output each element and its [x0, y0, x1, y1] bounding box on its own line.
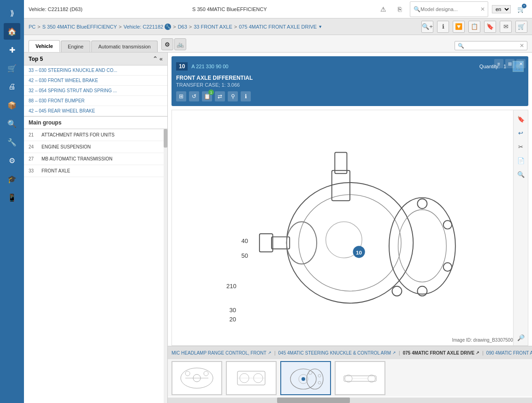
info-icon[interactable]: ℹ [437, 21, 449, 33]
thumb-item-1[interactable] [226, 361, 277, 395]
sidebar-mobile-icon[interactable]: 📱 [4, 189, 20, 206]
top5-label: Top 5 [29, 56, 43, 62]
part-refresh-icon[interactable]: ↺ [189, 91, 199, 101]
part-grid-icon[interactable]: ⊞ [176, 91, 186, 101]
thumb-label-2[interactable]: 075 4MATIC FRONT AXLE DRIVE ↗ [403, 350, 480, 356]
detail-icons-top: ≡ ⊞ ✕ [494, 59, 526, 68]
panel-scrollbar[interactable] [164, 129, 167, 403]
group-item-0[interactable]: 21 ATTACHMENT PARTS FOR UNITS [24, 129, 167, 141]
right-panel: ≡ ⊞ ✕ 10 A 221 330 90 00 Quantity: 1 🛒 F [168, 53, 532, 403]
sidebar-home-icon[interactable]: 🏠 [4, 23, 20, 40]
top5-collapse-icon[interactable]: ⌃ [153, 55, 158, 62]
svg-text:30: 30 [229, 307, 236, 314]
breadcrumb-d63[interactable]: D63 [178, 24, 187, 30]
thumb-item-3[interactable] [335, 361, 385, 395]
tool-bookmark-icon[interactable]: 🔖 [515, 113, 527, 125]
alert-icon[interactable]: ⚠ [377, 3, 390, 16]
tab-transmission[interactable]: Automatic transmission [91, 41, 158, 52]
tool-undo-icon[interactable]: ↩ [515, 127, 527, 139]
group-item-2[interactable]: 27 MB AUTOMATIC TRANSMISSION [24, 153, 167, 165]
detail-close-icon[interactable]: ✕ [516, 59, 526, 68]
language-select[interactable]: en de fr [492, 5, 511, 13]
group-item-3[interactable]: 33 FRONT AXLE [24, 165, 167, 177]
top-search-input[interactable] [420, 6, 480, 12]
detail-grid-icon[interactable]: ⊞ [505, 59, 514, 68]
tool-zoom-out-icon[interactable]: 🔎 [515, 332, 527, 344]
top5-controls: ⌃ « [153, 55, 163, 62]
part-number: A 221 330 90 00 [191, 64, 228, 69]
group-item-1[interactable]: 24 ENGINE SUSPENSION [24, 141, 167, 153]
top5-item-3[interactable]: 88 – 030 FRONT BUMPER [24, 96, 167, 106]
mail-icon[interactable]: ✉ [500, 21, 512, 33]
breadcrumb-model[interactable]: S 350 4MATIC BlueEFFICIENCY [42, 24, 117, 30]
group-num-2: 27 [29, 156, 38, 161]
groups-list: 21 ATTACHMENT PARTS FOR UNITS 24 ENGINE … [24, 129, 167, 403]
thumb-label-1[interactable]: 045 4MATIC STEERING KNUCKLE & CONTROL AR… [278, 350, 396, 356]
tab-engine[interactable]: Engine [61, 41, 90, 52]
copy-icon[interactable]: ⎘ [393, 3, 406, 16]
bookmark-icon[interactable]: 🔖 [484, 21, 496, 33]
part-swap-icon[interactable]: ⇄ [215, 91, 225, 101]
thumb-label-3[interactable]: 090 4MATIC FRONT AXLE SHAFT ↗ [486, 350, 532, 356]
part-position-badge: 10 [176, 62, 188, 71]
sidebar-settings-icon[interactable]: ⚙ [4, 152, 20, 169]
breadcrumb-current[interactable]: 075 4MATIC FRONT AXLE DRIVE ▼ [239, 24, 322, 30]
top5-item-1[interactable]: 42 – 030 FRONT WHEEL BRAKE [24, 76, 167, 86]
top-bar-right: ⚠ ⎘ 🔍 ✕ en de fr 🛒 + [377, 1, 527, 17]
sidebar-wrench-icon[interactable]: 🔧 [4, 134, 20, 150]
thumbnails-row: MIC HEADLAMP RANGE CONTROL, FRONT ↗ | 04… [168, 346, 532, 397]
thumb-item-0[interactable] [171, 361, 222, 395]
part-doc-icon[interactable]: 📋 1 [202, 91, 212, 101]
sidebar-box-icon[interactable]: 📦 [4, 97, 20, 113]
image-id: Image ID: drawing_B33075000041 [452, 338, 523, 343]
part-info-icon[interactable]: ℹ [241, 91, 251, 101]
part-pin-icon[interactable]: ⚲ [228, 91, 238, 101]
sidebar-learn-icon[interactable]: 🎓 [4, 171, 20, 187]
sidebar-search-icon[interactable]: 🔍 [4, 115, 20, 132]
svg-point-45 [301, 377, 305, 381]
horizontal-scrollbar[interactable] [168, 397, 532, 403]
thumb-item-2[interactable] [280, 361, 331, 395]
breadcrumb-vehicle[interactable]: Vehicle: C221182 🔧 [124, 24, 171, 30]
svg-rect-5 [260, 234, 273, 252]
sidebar-cart-icon[interactable]: 🛒 [4, 60, 20, 77]
filter-icon[interactable]: 🔽 [453, 21, 465, 33]
tabs-search-icon[interactable]: 🔍 [458, 43, 464, 49]
tabs-search-input[interactable] [464, 43, 520, 48]
tool-doc-icon[interactable]: 📄 [515, 154, 527, 166]
panel-scroll-thumb[interactable] [164, 129, 167, 148]
zoom-in-icon[interactable]: 🔍+ [421, 21, 433, 33]
sidebar-print-icon[interactable]: 🖨 [4, 78, 20, 95]
top5-item-2[interactable]: 32 – 054 SPRING STRUT AND SPRING ... [24, 86, 167, 96]
breadcrumb-front-axle[interactable]: 33 FRONT AXLE [194, 24, 232, 30]
top-search-icon[interactable]: 🔍 [413, 3, 420, 16]
thumb-label-0[interactable]: MIC HEADLAMP RANGE CONTROL, FRONT ↗ [171, 350, 272, 356]
svg-point-46 [308, 371, 312, 374]
tabs-search-clear[interactable]: ✕ [520, 42, 524, 49]
tab-vehicle[interactable]: Vehicle [29, 40, 60, 52]
vehicle-info: Vehicle: C221182 (D63) [29, 6, 83, 12]
top-bar: Vehicle: C221182 (D63) S 350 4MATIC Blue… [24, 0, 532, 18]
svg-point-36 [185, 371, 190, 376]
top-search-clear[interactable]: ✕ [480, 6, 485, 12]
tab-gear-icon[interactable]: ⚙ [161, 38, 173, 50]
doc-badge: 1 [208, 89, 214, 95]
breadcrumb-pc[interactable]: PC [29, 24, 35, 30]
sidebar-add-icon[interactable]: ✚ [4, 41, 20, 58]
content-area: Top 5 ⌃ « 33 – 030 STEERING KNUCKLE AND … [24, 53, 532, 403]
tab-bike-icon[interactable]: 🚲 [174, 38, 186, 50]
document-icon[interactable]: 📋 [468, 21, 480, 33]
scrollbar-thumb[interactable] [277, 397, 350, 403]
groups-list-wrap: 21 ATTACHMENT PARTS FOR UNITS 24 ENGINE … [24, 129, 167, 403]
svg-point-6 [287, 222, 317, 264]
detail-list-icon[interactable]: ≡ [494, 59, 503, 68]
top5-expand-icon[interactable]: « [160, 55, 163, 62]
tool-cut-icon[interactable]: ✂ [515, 141, 527, 153]
sidebar-expand-icon[interactable]: ⟫ [4, 5, 20, 21]
top5-item-0[interactable]: 33 – 030 STEERING KNUCKLE AND CO... [24, 65, 167, 76]
top5-item-4[interactable]: 42 – 045 REAR WHEEL BRAKE [24, 106, 167, 116]
tool-zoom-icon[interactable]: 🔍 [515, 168, 527, 180]
breadcrumb-cart-icon[interactable]: 🛒 [515, 21, 527, 33]
group-name-0: ATTACHMENT PARTS FOR UNITS [41, 132, 115, 137]
cart-with-plus-icon[interactable]: 🛒 + [514, 3, 527, 16]
